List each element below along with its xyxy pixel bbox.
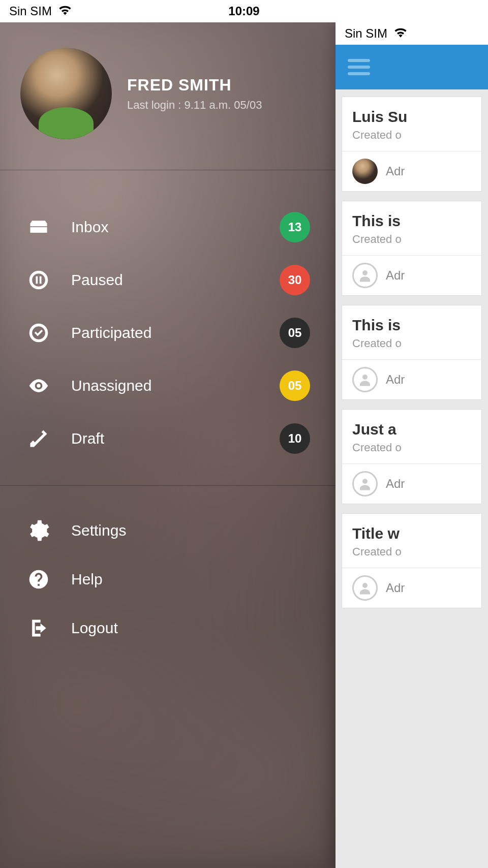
menu-item-unassigned[interactable]: Unassigned 05 — [0, 359, 336, 412]
card-title: Luis Su — [352, 108, 471, 126]
card-author: Adr — [386, 477, 405, 491]
menu-item-settings[interactable]: Settings — [0, 506, 336, 555]
card-avatar-placeholder — [352, 471, 378, 497]
card-avatar-placeholder — [352, 263, 378, 288]
menu-item-draft[interactable]: Draft 10 — [0, 412, 336, 465]
menu-label: Help — [71, 571, 310, 588]
content-carrier-text: Sin SIM — [345, 26, 387, 41]
gear-icon — [25, 517, 52, 544]
menu-label: Participated — [71, 324, 280, 342]
wifi-icon — [58, 4, 72, 18]
inbox-icon — [25, 214, 52, 240]
card-author: Adr — [386, 164, 405, 178]
card-subtitle: Created o — [352, 545, 471, 559]
card-subtitle: Created o — [352, 441, 471, 454]
content-header — [336, 45, 488, 89]
list-card[interactable]: This is Created o Adr — [342, 201, 482, 296]
eye-icon — [25, 373, 52, 399]
list-card[interactable]: Just a Created o Adr — [342, 409, 482, 504]
list-container[interactable]: Luis Su Created o Adr This is Created o — [336, 89, 488, 625]
profile-name: FRED SMITH — [127, 76, 262, 95]
menu-item-paused[interactable]: Paused 30 — [0, 254, 336, 306]
card-avatar-placeholder — [352, 575, 378, 601]
badge-count: 30 — [280, 265, 310, 295]
profile-section[interactable]: FRED SMITH Last login : 9.11 a.m. 05/03 — [0, 22, 336, 170]
list-card[interactable]: Luis Su Created o Adr — [342, 97, 482, 192]
profile-last-login: Last login : 9.11 a.m. 05/03 — [127, 99, 262, 112]
content-panel[interactable]: Sin SIM Luis Su Created o Adr — [336, 22, 488, 868]
menu-label: Unassigned — [71, 377, 280, 394]
card-title: Title w — [352, 525, 471, 542]
menu-item-help[interactable]: Help — [0, 555, 336, 604]
card-subtitle: Created o — [352, 233, 471, 246]
carrier-text: Sin SIM — [9, 4, 52, 18]
menu-label: Logout — [71, 619, 310, 637]
bottom-menu-section: Settings Help Logout — [0, 486, 336, 673]
card-author: Adr — [386, 268, 405, 283]
badge-count: 05 — [280, 318, 310, 348]
list-card[interactable]: This is Created o Adr — [342, 305, 482, 400]
list-card[interactable]: Title w Created o Adr — [342, 513, 482, 608]
menu-item-participated[interactable]: Participated 05 — [0, 306, 336, 359]
profile-avatar[interactable] — [20, 48, 112, 139]
menu-label: Settings — [71, 522, 310, 539]
badge-count: 10 — [280, 423, 310, 454]
status-time: 10:09 — [228, 4, 259, 18]
card-title: Just a — [352, 421, 471, 438]
card-title: This is — [352, 212, 471, 230]
pause-icon — [25, 267, 52, 293]
hamburger-menu-button[interactable] — [348, 59, 370, 75]
content-status-bar: Sin SIM — [336, 22, 488, 45]
wifi-icon — [393, 26, 408, 41]
menu-label: Draft — [71, 430, 280, 447]
card-subtitle: Created o — [352, 129, 471, 142]
badge-count: 05 — [280, 370, 310, 401]
menu-item-logout[interactable]: Logout — [0, 604, 336, 653]
card-author: Adr — [386, 581, 405, 595]
menu-item-inbox[interactable]: Inbox 13 — [0, 201, 336, 254]
badge-count: 13 — [280, 212, 310, 242]
card-subtitle: Created o — [352, 337, 471, 350]
help-icon — [25, 566, 52, 593]
logout-icon — [25, 615, 52, 641]
card-author: Adr — [386, 373, 405, 387]
sidebar-drawer: FRED SMITH Last login : 9.11 a.m. 05/03 … — [0, 22, 336, 868]
card-avatar-placeholder — [352, 367, 378, 392]
status-bar: Sin SIM 10:09 — [0, 0, 488, 22]
menu-label: Inbox — [71, 219, 280, 236]
card-avatar — [352, 159, 378, 184]
menu-label: Paused — [71, 271, 280, 289]
check-circle-icon — [25, 320, 52, 346]
menu-section: Inbox 13 Paused 30 Participated 05 — [0, 170, 336, 486]
card-title: This is — [352, 317, 471, 334]
pencil-icon — [25, 425, 52, 452]
